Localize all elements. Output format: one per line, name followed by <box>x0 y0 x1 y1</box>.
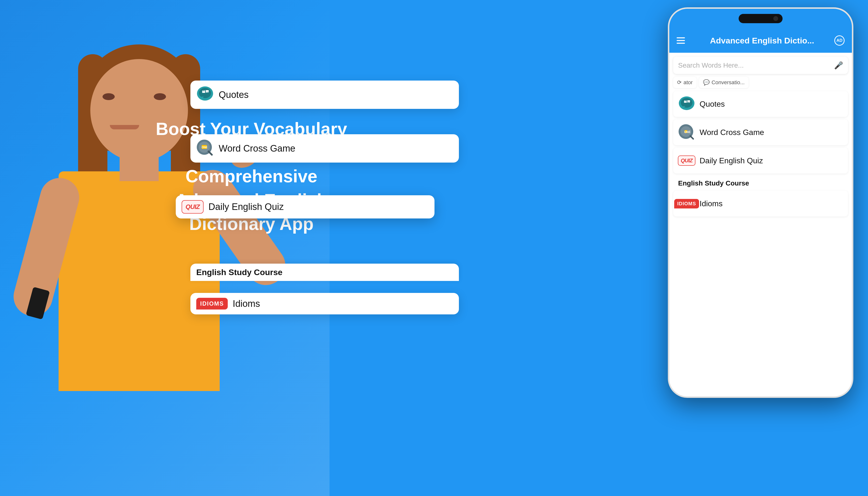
tab-conversation-label: Conversatio... <box>712 79 745 86</box>
ad-badge: AD <box>834 35 844 46</box>
tab-conversation[interactable]: 💬 Conversatio... <box>699 77 749 88</box>
float-quotes-label: Quotes <box>219 90 249 100</box>
float-idioms-icon: IDIOMS <box>196 298 228 310</box>
svg-text:❝❞: ❝❞ <box>202 89 209 97</box>
tabs-row: ⟳ ator 💬 Conversatio... <box>669 74 852 91</box>
word-cross-icon: ONE <box>678 124 695 141</box>
menu-item-word-cross[interactable]: ONE Word Cross Game <box>673 119 848 145</box>
app-title: Advanced English Dictio... <box>690 36 834 45</box>
search-bar[interactable]: Search Words Here... 🎤 <box>673 57 848 74</box>
word-cross-label: Word Cross Game <box>700 128 764 137</box>
menu-item-quotes[interactable]: ❝❞ Quotes <box>673 91 848 117</box>
notch-pill <box>739 14 782 23</box>
float-quotes-icon: ❝❞ <box>196 86 214 104</box>
float-idioms-label: Idioms <box>233 298 260 309</box>
idioms-badge-text: IDIOMS <box>677 201 696 206</box>
daily-quiz-label: Daily English Quiz <box>700 156 763 165</box>
person-background <box>0 0 329 496</box>
svg-text:ONE: ONE <box>202 146 207 149</box>
svg-line-8 <box>690 136 693 139</box>
mic-button[interactable]: 🎤 <box>834 61 843 69</box>
tab-translator-label: ator <box>683 79 693 86</box>
idioms-label: Idioms <box>700 199 723 208</box>
quotes-icon: ❝❞ <box>678 95 695 112</box>
svg-text:❝❞: ❝❞ <box>683 99 690 107</box>
float-word-cross-label: Word Cross Game <box>219 143 295 154</box>
device-frame: Advanced English Dictio... AD Search Wor… <box>668 7 853 398</box>
svg-line-17 <box>208 151 212 155</box>
phone-device: Advanced English Dictio... AD Search Wor… <box>668 7 853 496</box>
quiz-text: QUIZ <box>186 203 200 211</box>
floating-card-word-cross[interactable]: ONE Word Cross Game <box>190 134 459 162</box>
quiz-icon: QUIZ <box>678 152 695 169</box>
notch-bar <box>669 9 852 28</box>
float-quiz-label: Daily English Quiz <box>208 202 284 212</box>
float-word-cross-icon: ONE <box>196 139 214 158</box>
floating-card-quiz[interactable]: QUIZ Daily English Quiz <box>176 195 434 218</box>
hamburger-menu[interactable] <box>677 37 685 44</box>
translator-icon: ⟳ <box>677 79 682 86</box>
conversation-icon: 💬 <box>703 79 710 86</box>
floating-card-idioms[interactable]: IDIOMS Idioms <box>190 293 459 314</box>
idioms-text: IDIOMS <box>200 300 224 307</box>
float-quiz-icon: QUIZ <box>182 200 204 214</box>
menu-item-daily-quiz[interactable]: QUIZ Daily English Quiz <box>673 148 848 173</box>
idioms-icon: IDIOMS <box>678 195 695 212</box>
svg-text:ONE: ONE <box>684 130 691 134</box>
section-header: English Study Course <box>673 176 848 188</box>
menu-list: ❝❞ Quotes ONE Word Cross <box>669 91 852 217</box>
quotes-label: Quotes <box>700 99 725 109</box>
floating-section-header: English Study Course <box>190 264 459 281</box>
app-bar: Advanced English Dictio... AD <box>669 28 852 53</box>
tab-translator[interactable]: ⟳ ator <box>673 77 697 88</box>
menu-item-idioms[interactable]: IDIOMS Idioms <box>673 191 848 217</box>
search-placeholder: Search Words Here... <box>678 62 834 69</box>
floating-card-quotes[interactable]: ❝❞ Quotes <box>190 80 459 109</box>
float-section-title: English Study Course <box>196 267 453 277</box>
